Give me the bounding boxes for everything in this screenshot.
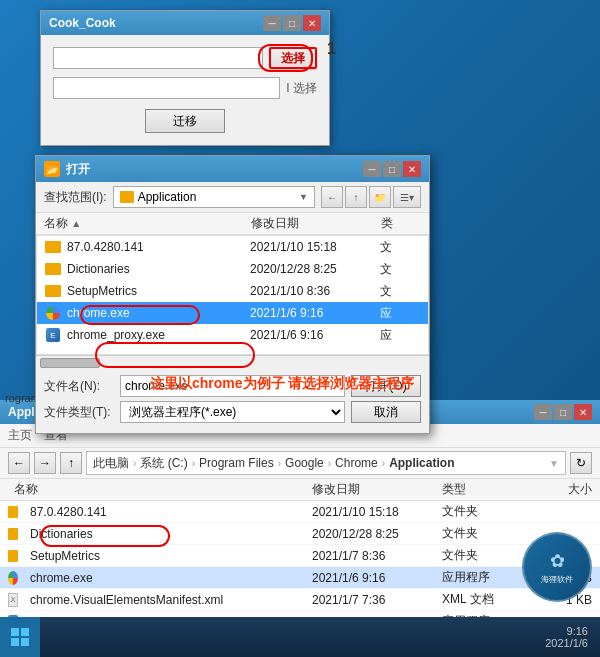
view-btn[interactable]: ☰▾ bbox=[393, 186, 421, 208]
clock-time: 9:16 bbox=[567, 625, 588, 637]
chrome-icon bbox=[8, 571, 18, 585]
bc-google[interactable]: Google bbox=[285, 456, 324, 470]
file-icon bbox=[45, 284, 61, 298]
cook-migrate-btn[interactable]: 迁移 bbox=[145, 109, 225, 133]
explorer-file-item[interactable]: Dictionaries 2020/12/28 8:25 文件夹 bbox=[0, 523, 600, 545]
bc-pf[interactable]: Program Files bbox=[199, 456, 274, 470]
file-name: 87.0.4280.141 bbox=[67, 240, 250, 254]
cook-minimize-btn[interactable]: ─ bbox=[263, 15, 281, 31]
file-date: 2021/1/10 15:18 bbox=[250, 240, 380, 254]
file-icon bbox=[45, 262, 61, 276]
open-dialog-icon: 📂 bbox=[44, 161, 60, 177]
file-icon bbox=[45, 306, 61, 320]
open-minimize-btn[interactable]: ─ bbox=[363, 161, 381, 177]
cook-row-2: I 选择 bbox=[53, 77, 317, 99]
exp-col-size: 大小 bbox=[522, 481, 592, 498]
bc-c[interactable]: 系统 (C:) bbox=[140, 455, 187, 472]
breadcrumb: 此电脑 › 系统 (C:) › Program Files › Google ›… bbox=[86, 451, 566, 475]
forward-nav-btn[interactable]: → bbox=[34, 452, 56, 474]
exp-file-icon bbox=[8, 571, 24, 585]
folder-icon bbox=[8, 528, 18, 540]
file-icon bbox=[45, 240, 61, 254]
cook-input-1[interactable] bbox=[53, 47, 263, 69]
exp-file-type: XML 文档 bbox=[442, 591, 522, 608]
exp-file-name: Dictionaries bbox=[30, 527, 312, 541]
exp-col-type: 类型 bbox=[442, 481, 522, 498]
file-type: 文 bbox=[380, 239, 420, 256]
bc-sep2: › bbox=[192, 458, 195, 469]
bc-chrome[interactable]: Chrome bbox=[335, 456, 378, 470]
file-name: chrome.exe bbox=[67, 306, 250, 320]
bc-sep5: › bbox=[382, 458, 385, 469]
open-dialog-toolbar: 查找范围(I): Application ▼ ← ↑ 📁 ☰▾ bbox=[36, 182, 429, 213]
up-btn[interactable]: ↑ bbox=[345, 186, 367, 208]
location-dropdown[interactable]: Application ▼ bbox=[113, 186, 315, 208]
explorer-file-item[interactable]: SetupMetrics 2021/1/7 8:36 文件夹 bbox=[0, 545, 600, 567]
exe-icon: E bbox=[46, 328, 60, 342]
file-list-item[interactable]: E chrome_proxy.exe 2021/1/6 9:16 应 bbox=[37, 324, 428, 346]
svg-rect-1 bbox=[21, 628, 29, 636]
exp-file-type: 文件夹 bbox=[442, 547, 522, 564]
watermark-icon: ✿ bbox=[550, 550, 565, 572]
exp-file-name: 87.0.4280.141 bbox=[30, 505, 312, 519]
up-nav-btn[interactable]: ↑ bbox=[60, 452, 82, 474]
file-type: 应 bbox=[380, 305, 420, 322]
cook-separator-label: I 选择 bbox=[286, 80, 317, 97]
file-list-header: 名称 ▲ 修改日期 类 bbox=[36, 213, 429, 235]
filetype-row: 文件类型(T): 浏览器主程序(*.exe) 取消 bbox=[44, 401, 421, 423]
file-list-item[interactable]: Dictionaries 2020/12/28 8:25 文 bbox=[37, 258, 428, 280]
cook-input-2[interactable] bbox=[53, 77, 280, 99]
explorer-title-controls: ─ □ ✕ bbox=[534, 404, 592, 420]
bc-dropdown[interactable]: ▼ bbox=[549, 458, 559, 469]
cook-select-btn-1[interactable]: 选择 bbox=[269, 47, 317, 69]
explorer-minimize-btn[interactable]: ─ bbox=[534, 404, 552, 420]
open-dialog-title: 📂 打开 ─ □ ✕ bbox=[36, 156, 429, 182]
exp-file-type: 应用程序 bbox=[442, 569, 522, 586]
hscroll-thumb[interactable] bbox=[40, 358, 100, 368]
exp-col-date: 修改日期 bbox=[312, 481, 442, 498]
folder-icon bbox=[45, 263, 61, 275]
file-date: 2020/12/28 8:25 bbox=[250, 262, 380, 276]
cook-dialog-title: Cook_Cook ─ □ ✕ bbox=[41, 11, 329, 35]
bc-app[interactable]: Application bbox=[389, 456, 454, 470]
file-date: 2021/1/6 9:16 bbox=[250, 328, 380, 342]
start-btn[interactable] bbox=[0, 617, 40, 657]
filename-label: 文件名(N): bbox=[44, 378, 114, 395]
explorer-file-item[interactable]: chrome.exe 2021/1/6 9:16 应用程序 2,191 KB bbox=[0, 567, 600, 589]
chrome-icon bbox=[46, 306, 60, 320]
file-type: 文 bbox=[380, 261, 420, 278]
cancel-btn[interactable]: 取消 bbox=[351, 401, 421, 423]
exp-file-type: 文件夹 bbox=[442, 503, 522, 520]
explorer-tab-home[interactable]: 主页 bbox=[8, 427, 32, 444]
filetype-select[interactable]: 浏览器主程序(*.exe) bbox=[120, 401, 345, 423]
explorer-close-btn[interactable]: ✕ bbox=[574, 404, 592, 420]
col-date-header: 修改日期 bbox=[251, 215, 381, 232]
file-list-item[interactable]: chrome.exe 2021/1/6 9:16 应 bbox=[37, 302, 428, 324]
cook-title-controls: ─ □ ✕ bbox=[263, 15, 321, 31]
explorer-file-item[interactable]: X chrome.VisualElementsManifest.xml 2021… bbox=[0, 589, 600, 611]
bc-sep3: › bbox=[278, 458, 281, 469]
horizontal-scrollbar[interactable] bbox=[36, 355, 429, 369]
svg-rect-2 bbox=[11, 638, 19, 646]
explorer-file-item[interactable]: 87.0.4280.141 2021/1/10 15:18 文件夹 bbox=[0, 501, 600, 523]
new-folder-btn[interactable]: 📁 bbox=[369, 186, 391, 208]
taskbar: 9:16 2021/1/6 bbox=[0, 617, 600, 657]
file-list-item[interactable]: 87.0.4280.141 2021/1/10 15:18 文 bbox=[37, 236, 428, 258]
bc-pc[interactable]: 此电脑 bbox=[93, 455, 129, 472]
cook-close-btn[interactable]: ✕ bbox=[303, 15, 321, 31]
back-btn[interactable]: ← bbox=[321, 186, 343, 208]
open-maximize-btn[interactable]: □ bbox=[383, 161, 401, 177]
explorer-maximize-btn[interactable]: □ bbox=[554, 404, 572, 420]
file-list-item[interactable]: SetupMetrics 2021/1/10 8:36 文 bbox=[37, 280, 428, 302]
exp-file-name: chrome.VisualElementsManifest.xml bbox=[30, 593, 312, 607]
refresh-btn[interactable]: ↻ bbox=[570, 452, 592, 474]
open-dialog-title-content: 📂 打开 bbox=[44, 161, 90, 178]
open-close-btn[interactable]: ✕ bbox=[403, 161, 421, 177]
cook-row-1: 选择 bbox=[53, 47, 317, 69]
cook-maximize-btn[interactable]: □ bbox=[283, 15, 301, 31]
number-badge: 1 bbox=[327, 40, 336, 58]
xml-icon: X bbox=[8, 593, 18, 607]
folder-icon bbox=[45, 285, 61, 297]
back-nav-btn[interactable]: ← bbox=[8, 452, 30, 474]
exp-file-icon bbox=[8, 549, 24, 563]
